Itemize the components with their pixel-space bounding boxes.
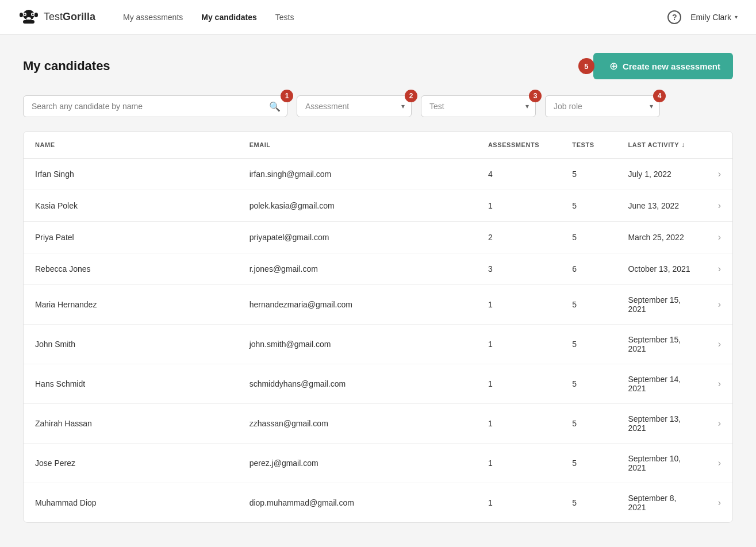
cell-arrow-3: › xyxy=(707,253,732,285)
table-row[interactable]: Hans Schmidt schmiddyhans@gmail.com 1 5 … xyxy=(24,364,732,404)
cell-assessments-9: 1 xyxy=(477,483,561,523)
col-header-arrow xyxy=(707,132,732,159)
user-menu[interactable]: Emily Clark ▾ xyxy=(690,13,738,22)
chevron-down-icon: ▾ xyxy=(735,14,738,20)
logo-icon xyxy=(18,7,39,28)
candidates-table-container: NAME EMAIL ASSESSMENTS TESTS LAST ACTIVI… xyxy=(23,131,733,523)
cell-name-7: Zahirah Hassan xyxy=(24,404,238,444)
cell-email-4: hernandezmaria@gmail.com xyxy=(238,285,477,325)
col-header-email: EMAIL xyxy=(238,132,477,159)
cell-arrow-6: › xyxy=(707,364,732,404)
test-dropdown-wrap: Test ▾ 3 xyxy=(421,95,536,117)
cell-email-9: diop.muhammad@gmail.com xyxy=(238,483,477,523)
page-header: My candidates 5 ⊕ Create new assessment xyxy=(23,53,733,79)
jobrole-dropdown[interactable]: Job role xyxy=(545,95,660,117)
table-row[interactable]: Jose Perez perez.j@gmail.com 1 5 Septemb… xyxy=(24,444,732,483)
cell-arrow-8: › xyxy=(707,444,732,483)
cell-tests-8: 5 xyxy=(561,444,616,483)
cell-name-8: Jose Perez xyxy=(24,444,238,483)
cell-name-6: Hans Schmidt xyxy=(24,364,238,404)
table-row[interactable]: Priya Patel priyapatel@gmail.com 2 5 Mar… xyxy=(24,222,732,253)
cell-arrow-5: › xyxy=(707,325,732,364)
row-arrow-icon: › xyxy=(718,264,721,274)
help-icon[interactable]: ? xyxy=(667,10,681,24)
cell-email-8: perez.j@gmail.com xyxy=(238,444,477,483)
svg-point-9 xyxy=(26,17,31,20)
table-row[interactable]: Muhammad Diop diop.muhammad@gmail.com 1 … xyxy=(24,483,732,523)
cell-arrow-4: › xyxy=(707,285,732,325)
create-btn-badge: 5 xyxy=(578,58,594,74)
cell-tests-3: 6 xyxy=(561,253,616,285)
cell-tests-0: 5 xyxy=(561,159,616,190)
col-header-tests: TESTS xyxy=(561,132,616,159)
search-input[interactable] xyxy=(23,95,287,117)
cell-email-2: priyapatel@gmail.com xyxy=(238,222,477,253)
cell-tests-7: 5 xyxy=(561,404,616,444)
row-arrow-icon: › xyxy=(718,232,721,242)
cell-activity-4: September 15, 2021 xyxy=(616,285,706,325)
cell-assessments-5: 1 xyxy=(477,325,561,364)
svg-point-7 xyxy=(20,13,23,17)
cell-activity-8: September 10, 2021 xyxy=(616,444,706,483)
table-row[interactable]: Zahirah Hassan zzhassan@gmail.com 1 5 Se… xyxy=(24,404,732,444)
cell-assessments-0: 4 xyxy=(477,159,561,190)
create-btn-label: Create new assessment xyxy=(623,61,720,71)
cell-name-1: Kasia Polek xyxy=(24,190,238,222)
table-row[interactable]: Kasia Polek polek.kasia@gmail.com 1 5 Ju… xyxy=(24,190,732,222)
cell-name-9: Muhammad Diop xyxy=(24,483,238,523)
assessment-dropdown[interactable]: Assessment xyxy=(297,95,412,117)
cell-name-3: Rebecca Jones xyxy=(24,253,238,285)
nav-my-assessments[interactable]: My assessments xyxy=(123,10,183,24)
table-row[interactable]: Irfan Singh irfan.singh@gmail.com 4 5 Ju… xyxy=(24,159,732,190)
sort-icon: ↓ xyxy=(681,141,685,149)
svg-rect-6 xyxy=(23,20,34,24)
cell-tests-2: 5 xyxy=(561,222,616,253)
cell-email-0: irfan.singh@gmail.com xyxy=(238,159,477,190)
row-arrow-icon: › xyxy=(718,418,721,428)
header: TestGorilla My assessments My candidates… xyxy=(0,0,756,34)
cell-arrow-1: › xyxy=(707,190,732,222)
cell-activity-1: June 13, 2022 xyxy=(616,190,706,222)
cell-name-0: Irfan Singh xyxy=(24,159,238,190)
nav-my-candidates[interactable]: My candidates xyxy=(201,10,256,24)
create-btn-wrap: 5 ⊕ Create new assessment xyxy=(578,53,733,79)
nav-tests[interactable]: Tests xyxy=(275,10,294,24)
cell-assessments-7: 1 xyxy=(477,404,561,444)
cell-tests-4: 5 xyxy=(561,285,616,325)
cell-name-2: Priya Patel xyxy=(24,222,238,253)
cell-email-3: r.jones@gmail.com xyxy=(238,253,477,285)
cell-activity-5: September 15, 2021 xyxy=(616,325,706,364)
cell-activity-3: October 13, 2021 xyxy=(616,253,706,285)
logo[interactable]: TestGorilla xyxy=(18,7,95,28)
jobrole-dropdown-wrap: Job role ▾ 4 xyxy=(545,95,660,117)
create-new-assessment-button[interactable]: ⊕ Create new assessment xyxy=(593,53,733,79)
user-name: Emily Clark xyxy=(690,13,731,22)
cell-tests-9: 5 xyxy=(561,483,616,523)
search-icon: 🔍 xyxy=(269,101,281,112)
table-row[interactable]: Maria Hernandez hernandezmaria@gmail.com… xyxy=(24,285,732,325)
cell-email-5: john.smith@gmail.com xyxy=(238,325,477,364)
table-row[interactable]: Rebecca Jones r.jones@gmail.com 3 6 Octo… xyxy=(24,253,732,285)
cell-assessments-4: 1 xyxy=(477,285,561,325)
cell-activity-2: March 25, 2022 xyxy=(616,222,706,253)
main-content: My candidates 5 ⊕ Create new assessment … xyxy=(0,34,756,541)
col-header-name: NAME xyxy=(24,132,238,159)
row-arrow-icon: › xyxy=(718,169,721,179)
row-arrow-icon: › xyxy=(718,339,721,349)
row-arrow-icon: › xyxy=(718,498,721,507)
col-header-last-activity[interactable]: LAST ACTIVITY↓ xyxy=(616,132,706,159)
logo-text-bold: Gorilla xyxy=(63,11,95,22)
cell-assessments-2: 2 xyxy=(477,222,561,253)
table-row[interactable]: John Smith john.smith@gmail.com 1 5 Sept… xyxy=(24,325,732,364)
test-dropdown[interactable]: Test xyxy=(421,95,536,117)
cell-email-6: schmiddyhans@gmail.com xyxy=(238,364,477,404)
cell-activity-9: September 8, 2021 xyxy=(616,483,706,523)
cell-tests-6: 5 xyxy=(561,364,616,404)
filters-row: 🔍 1 Assessment ▾ 2 Test ▾ 3 Job role ▾ 4 xyxy=(23,95,733,117)
cell-assessments-8: 1 xyxy=(477,444,561,483)
test-badge: 3 xyxy=(529,90,542,102)
assessment-dropdown-wrap: Assessment ▾ 2 xyxy=(297,95,412,117)
row-arrow-icon: › xyxy=(718,458,721,468)
cell-arrow-2: › xyxy=(707,222,732,253)
logo-text-plain: Test xyxy=(44,11,63,22)
